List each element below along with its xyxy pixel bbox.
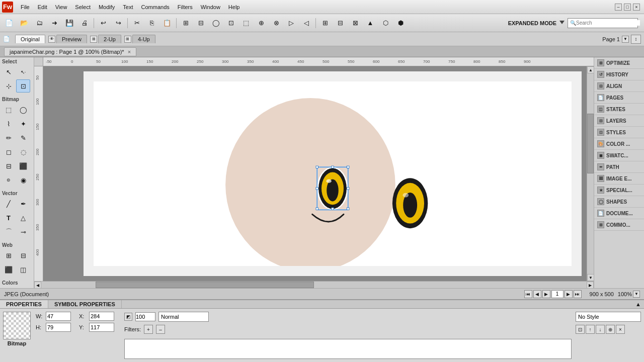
scroll-track-v[interactable] <box>587 73 594 274</box>
scroll-up-button[interactable]: ▲ <box>587 66 594 73</box>
pages-panel[interactable]: 📄 PAGES <box>594 92 644 104</box>
tb-btn-9[interactable]: ◁ <box>299 17 313 30</box>
eraser-tool[interactable]: ◻ <box>2 145 16 158</box>
align-panel[interactable]: ⊟ ALIGN <box>594 80 644 92</box>
color-panel[interactable]: 🎨 COLOR ... <box>594 138 644 150</box>
undo-button[interactable]: ↩ <box>96 17 110 30</box>
tb-btn-6[interactable]: ⊕ <box>254 17 268 30</box>
tb-btn-10[interactable]: ⊞ <box>318 17 332 30</box>
panel-collapse-button[interactable]: ▲ <box>632 300 644 308</box>
states-panel[interactable]: ◫ STATES <box>594 104 644 115</box>
new-button[interactable]: 📄 <box>2 17 16 30</box>
frame-prev-button[interactable]: ◀ <box>533 290 541 298</box>
page-expand-button[interactable]: ↕ <box>631 35 641 44</box>
search-input[interactable] <box>576 20 640 26</box>
tb-btn-14[interactable]: ⬡ <box>378 17 392 30</box>
optimize-panel[interactable]: ⊞ OPTIMIZE <box>594 57 644 69</box>
add-filter-button[interactable]: + <box>144 325 153 334</box>
frame-last-button[interactable]: ⏭ <box>574 290 582 298</box>
red-eye-tool[interactable]: ◉ <box>16 173 30 187</box>
subselect-tool[interactable]: ⊹ <box>2 79 16 93</box>
menu-commands[interactable]: Commands <box>138 3 173 11</box>
tb-btn-2[interactable]: ⊟ <box>194 17 208 30</box>
reshape-tool[interactable]: ⌒ <box>2 225 16 238</box>
style-btn-1[interactable]: ⊡ <box>576 325 585 334</box>
history-panel[interactable]: ↺ HISTORY <box>594 69 644 80</box>
menu-window[interactable]: Window <box>197 3 224 11</box>
lasso-tool[interactable]: ⌇ <box>2 117 16 130</box>
scroll-down-button[interactable]: ▼ <box>587 274 594 281</box>
document-tab-close[interactable]: × <box>128 49 131 55</box>
opacity-input[interactable] <box>135 312 155 321</box>
style-btn-4[interactable]: ⊕ <box>606 325 615 334</box>
tb-btn-7[interactable]: ⊗ <box>269 17 283 30</box>
horizontal-scrollbar[interactable]: ◀ ▶ <box>34 281 594 288</box>
common-panel[interactable]: ⊞ COMMO... <box>594 219 644 231</box>
style-btn-3[interactable]: ↓ <box>596 325 605 334</box>
document-panel[interactable]: 📄 DOCUME... <box>594 208 644 219</box>
style-btn-2[interactable]: ↑ <box>586 325 595 334</box>
menu-modify[interactable]: Modify <box>95 3 118 11</box>
page-dropdown[interactable]: ▼ <box>622 36 629 43</box>
layers-panel[interactable]: ⊟ LAYERS <box>594 115 644 127</box>
style-dropdown[interactable]: No Style <box>576 312 641 322</box>
brush-tool[interactable]: ✏ <box>2 131 16 144</box>
tab-preview[interactable]: Preview <box>56 35 87 43</box>
open-button[interactable]: 📂 <box>17 17 31 30</box>
pointer-tool[interactable]: ↖ <box>2 65 16 78</box>
frame-next-button[interactable]: ▶ <box>565 290 573 298</box>
paint-bucket-tool[interactable]: ⊞ <box>16 287 30 288</box>
pen-tool[interactable]: ✒ <box>16 197 30 210</box>
document-tab[interactable]: japanimeChar.png : Page 1 @ 100% (Bitmap… <box>4 47 136 56</box>
scroll-thumb-v[interactable] <box>587 114 594 174</box>
paste-button[interactable]: 📋 <box>160 17 174 30</box>
frame-first-button[interactable]: ⏮ <box>524 290 532 298</box>
frame-play-button[interactable]: ▶ <box>542 290 550 298</box>
tab-2up[interactable]: 2-Up <box>98 35 121 43</box>
height-input[interactable] <box>46 323 71 332</box>
menu-file[interactable]: File <box>17 3 33 11</box>
swatches-panel[interactable]: ◼ SWATC... <box>594 150 644 161</box>
zoom-dropdown-button[interactable]: ▼ <box>633 291 640 298</box>
copy-button[interactable]: ⎘ <box>145 17 159 30</box>
path-panel[interactable]: ✒ PATH <box>594 161 644 173</box>
shapes-panel[interactable]: ◯ SHAPES <box>594 196 644 208</box>
open-folder-button[interactable]: 🗂 <box>32 17 46 30</box>
close-button[interactable]: × <box>633 4 640 11</box>
oval-marquee-tool[interactable]: ◯ <box>16 103 30 116</box>
freeform-tool[interactable]: △ <box>16 211 30 224</box>
tab-properties[interactable]: PROPERTIES <box>0 300 48 308</box>
forward-button[interactable]: ➜ <box>47 17 61 30</box>
pencil-tool[interactable]: ✎ <box>16 131 30 144</box>
print-button[interactable]: 🖨 <box>77 17 92 30</box>
hotspot-tool[interactable]: ⊞ <box>2 249 16 262</box>
replace-color-tool[interactable]: ⊜ <box>2 173 16 187</box>
y-input[interactable] <box>89 323 114 332</box>
tb-btn-3[interactable]: ◯ <box>209 17 223 30</box>
tab-symbol-properties[interactable]: SYMBOL PROPERTIES <box>48 300 122 308</box>
save-button[interactable]: 💾 <box>62 17 76 30</box>
hotspot2-tool[interactable]: ⬛ <box>2 263 16 276</box>
vertical-scrollbar[interactable]: ▲ ▼ <box>587 66 594 281</box>
tab-original[interactable]: Original <box>15 35 45 43</box>
expanded-mode-dropdown[interactable] <box>559 21 565 26</box>
scroll-thumb-h[interactable] <box>96 282 314 288</box>
transform-tool[interactable]: ⊡ <box>16 79 30 93</box>
frame-number-input[interactable] <box>551 290 564 298</box>
slice-tool[interactable]: ⊟ <box>16 249 30 262</box>
image-edit-panel[interactable]: 🖼 IMAGE E... <box>594 173 644 185</box>
eyedropper-tool[interactable]: ⊟ <box>2 159 16 172</box>
special-panel[interactable]: ★ SPECIAL... <box>594 185 644 196</box>
blend-mode-dropdown[interactable]: Normal Multiply Screen Overlay <box>158 312 209 322</box>
slice2-tool[interactable]: ◫ <box>16 263 30 276</box>
magic-wand-tool[interactable]: ✦ <box>16 117 30 130</box>
style-btn-5[interactable]: × <box>616 325 625 334</box>
tb-btn-1[interactable]: ⊞ <box>179 17 193 30</box>
tb-btn-15[interactable]: ⬢ <box>393 17 408 30</box>
restore-button[interactable]: □ <box>624 4 631 11</box>
menu-help[interactable]: Help <box>225 3 244 11</box>
menu-view[interactable]: View <box>52 3 71 11</box>
tb-btn-12[interactable]: ⊠ <box>348 17 362 30</box>
tb-btn-4[interactable]: ⊡ <box>224 17 238 30</box>
x-input[interactable] <box>89 312 114 321</box>
